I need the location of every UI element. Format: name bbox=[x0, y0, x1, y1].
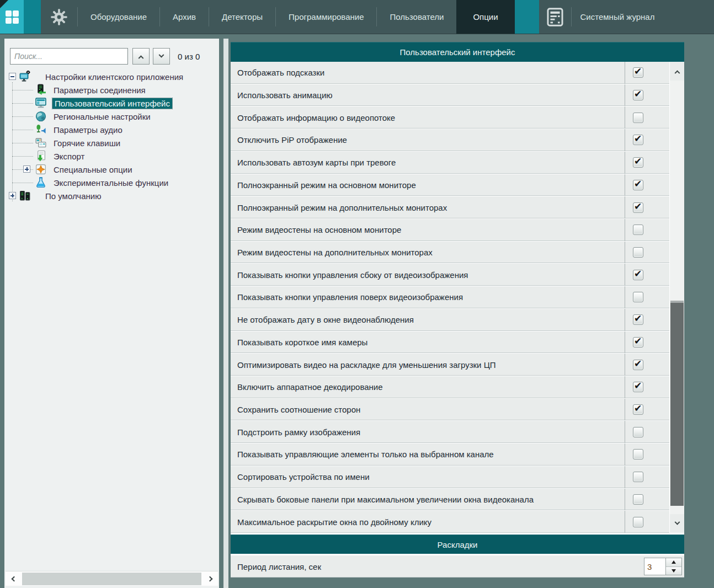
setting-checkbox[interactable] bbox=[633, 180, 643, 190]
tab-детекторы[interactable]: Детекторы bbox=[209, 0, 275, 34]
scroll-down-button[interactable] bbox=[670, 514, 684, 533]
tree-item[interactable]: Экспорт bbox=[4, 149, 219, 163]
tree-item-label: Настройки клиентского приложения bbox=[45, 72, 183, 82]
setting-checkbox[interactable] bbox=[633, 360, 643, 370]
setting-label: Показывать короткое имя камеры bbox=[231, 332, 625, 354]
setting-row: Включить аппаратное декодирование bbox=[231, 376, 669, 398]
horizontal-scrollbar[interactable] bbox=[6, 571, 218, 586]
setting-label: Включить аппаратное декодирование bbox=[231, 376, 625, 398]
period-spinner bbox=[644, 558, 682, 575]
vertical-scrollbar-thumb[interactable] bbox=[670, 301, 684, 506]
scroll-left-button[interactable] bbox=[7, 573, 20, 585]
expand-plus-icon[interactable] bbox=[23, 165, 30, 173]
vertical-scrollbar[interactable] bbox=[669, 62, 684, 533]
spinner-up-button[interactable] bbox=[666, 558, 681, 566]
checkbox-cell bbox=[625, 399, 669, 421]
checkbox-cell bbox=[625, 196, 669, 218]
chevron-up-icon bbox=[674, 70, 680, 76]
setting-checkbox[interactable] bbox=[633, 517, 643, 527]
grid-icon bbox=[6, 10, 19, 24]
setting-row: Отображать подсказки bbox=[231, 62, 669, 84]
setting-label: Отображать подсказки bbox=[231, 62, 625, 84]
setting-row: Показывать кнопки управления поверх виде… bbox=[231, 286, 669, 308]
collapse-minus-icon[interactable] bbox=[9, 73, 16, 80]
search-prev-button[interactable] bbox=[132, 48, 150, 65]
tree-item[interactable]: Параметры аудио bbox=[4, 123, 219, 136]
setting-checkbox[interactable] bbox=[633, 337, 643, 348]
globe-icon bbox=[35, 110, 47, 122]
experimental-icon bbox=[35, 177, 47, 189]
setting-row: Скрывать боковые панели при максимальном… bbox=[231, 489, 669, 511]
checkbox-cell bbox=[625, 219, 669, 241]
setting-checkbox[interactable] bbox=[633, 157, 643, 168]
top-nav: ОборудованиеАрхивДетекторыПрограммирован… bbox=[0, 0, 714, 34]
chevron-down-icon bbox=[674, 519, 680, 525]
tree-item-label: Экспорт bbox=[54, 152, 84, 161]
logo-accent-band bbox=[24, 0, 41, 34]
system-journal-button[interactable] bbox=[539, 0, 571, 34]
scroll-up-button[interactable] bbox=[670, 62, 684, 81]
checkbox-cell bbox=[625, 286, 669, 308]
setting-label: Не отображать дату в окне видеонаблюдени… bbox=[231, 309, 625, 331]
setting-checkbox[interactable] bbox=[633, 247, 643, 258]
setting-label: Сортировать устройства по имени bbox=[231, 466, 625, 488]
audio-icon bbox=[35, 124, 47, 136]
system-journal-label[interactable]: Системный журнал bbox=[572, 0, 664, 34]
tree-item[interactable]: Экспериментальные функции bbox=[4, 176, 219, 189]
tab-пользователи[interactable]: Пользователи bbox=[377, 0, 456, 34]
setting-checkbox[interactable] bbox=[633, 382, 643, 392]
tree-item[interactable]: Настройки клиентского приложения bbox=[4, 70, 219, 83]
setting-label: Скрывать боковые панели при максимальном… bbox=[231, 489, 625, 511]
defaults-icon bbox=[19, 190, 31, 202]
settings-tree: Настройки клиентского приложенияПараметр… bbox=[4, 70, 219, 202]
setting-row: Показывать управляющие элементы только н… bbox=[231, 443, 669, 466]
app-logo[interactable] bbox=[0, 0, 24, 34]
tree-item[interactable]: По умолчанию bbox=[4, 189, 219, 202]
tree-item[interactable]: Специальные опции bbox=[4, 163, 219, 176]
scroll-right-button[interactable] bbox=[203, 573, 216, 585]
setting-checkbox[interactable] bbox=[633, 292, 643, 302]
tab-программирование[interactable]: Программирование bbox=[276, 0, 376, 34]
search-next-button[interactable] bbox=[153, 48, 170, 65]
export-icon bbox=[35, 150, 47, 162]
tab-архив[interactable]: Архив bbox=[160, 0, 209, 34]
setting-checkbox[interactable] bbox=[633, 202, 643, 213]
setting-checkbox[interactable] bbox=[633, 270, 643, 280]
period-value-input[interactable] bbox=[644, 558, 665, 575]
setting-checkbox[interactable] bbox=[633, 494, 643, 505]
setting-label: Режим видеостены на дополнительных монит… bbox=[231, 242, 625, 264]
tree-item-label: Региональные настройки bbox=[54, 112, 151, 121]
settings-gear-button[interactable] bbox=[41, 0, 77, 34]
setting-checkbox[interactable] bbox=[633, 472, 643, 482]
checkbox-cell bbox=[625, 332, 669, 354]
panel-splitter[interactable] bbox=[223, 39, 228, 588]
setting-checkbox[interactable] bbox=[633, 314, 643, 325]
horizontal-scrollbar-thumb[interactable] bbox=[22, 573, 201, 585]
tree-item[interactable]: Пользовательский интерфейс bbox=[4, 97, 219, 110]
tree-item[interactable]: Параметры соединения bbox=[4, 83, 219, 97]
setting-checkbox[interactable] bbox=[633, 404, 643, 415]
setting-checkbox[interactable] bbox=[633, 67, 643, 78]
tree-item[interactable]: Региональные настройки bbox=[4, 110, 219, 123]
tree-item-label: Пользовательский интерфейс bbox=[52, 98, 172, 109]
tree-item[interactable]: Горячие клавиши bbox=[4, 136, 219, 149]
setting-checkbox[interactable] bbox=[633, 449, 643, 459]
expand-plus-icon[interactable] bbox=[9, 192, 16, 199]
setting-checkbox[interactable] bbox=[633, 224, 643, 235]
chevron-left-icon bbox=[11, 576, 17, 581]
setting-checkbox[interactable] bbox=[633, 90, 643, 100]
checkbox-cell bbox=[625, 376, 669, 398]
checkbox-cell bbox=[625, 511, 669, 533]
tab-опции[interactable]: Опции bbox=[456, 0, 514, 34]
search-input[interactable] bbox=[10, 48, 128, 65]
spinner-down-button[interactable] bbox=[666, 566, 681, 575]
setting-row: Сохранить соотношение сторон bbox=[231, 399, 669, 421]
tab-оборудование[interactable]: Оборудование bbox=[78, 0, 159, 34]
setting-checkbox[interactable] bbox=[633, 135, 643, 145]
tree-item-label: Специальные опции bbox=[54, 165, 132, 174]
setting-checkbox[interactable] bbox=[633, 427, 643, 437]
setting-label: Полноэкранный режим на основном мониторе bbox=[231, 174, 625, 196]
period-row: Период листания, сек bbox=[231, 555, 684, 578]
setting-checkbox[interactable] bbox=[633, 113, 643, 123]
setting-row: Полноэкранный режим на дополнительных мо… bbox=[231, 196, 669, 218]
